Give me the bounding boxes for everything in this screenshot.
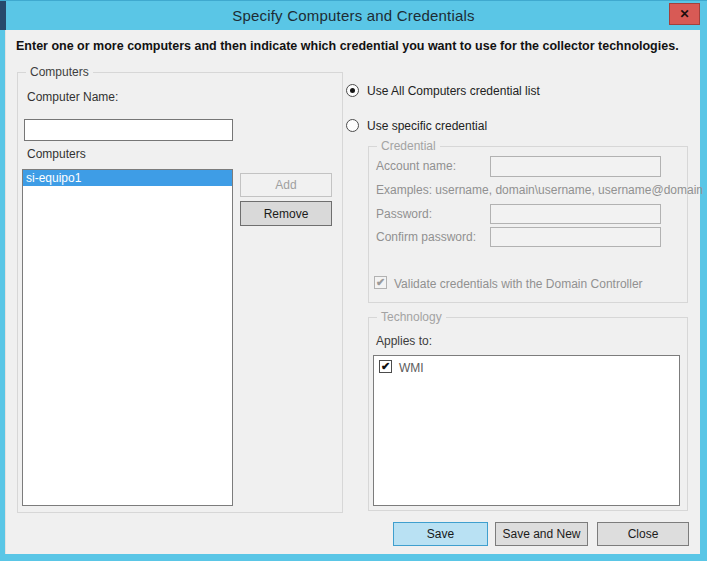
dialog-window: Specify Computers and Credentials ✕ Ente… bbox=[0, 0, 707, 561]
password-label: Password: bbox=[376, 207, 432, 221]
validate-credentials-checkbox: ✔ bbox=[374, 276, 387, 289]
technology-item-label: WMI bbox=[399, 361, 424, 375]
validate-credentials-label: Validate credentials with the Domain Con… bbox=[394, 277, 643, 291]
close-icon: ✕ bbox=[679, 8, 689, 20]
close-button[interactable]: Close bbox=[597, 522, 689, 546]
save-button[interactable]: Save bbox=[393, 522, 488, 546]
applies-to-label: Applies to: bbox=[376, 334, 432, 348]
computers-listbox[interactable]: si-equipo1 bbox=[22, 169, 233, 506]
computer-name-label: Computer Name: bbox=[27, 90, 118, 104]
confirm-password-input bbox=[490, 227, 661, 247]
wmi-checkbox[interactable]: ✔ bbox=[379, 360, 392, 373]
account-examples-text: Examples: username, domain\username, use… bbox=[376, 183, 703, 197]
technology-list-item: ✔ WMI bbox=[374, 356, 679, 378]
save-and-new-button[interactable]: Save and New bbox=[495, 522, 588, 546]
computers-group-legend: Computers bbox=[26, 65, 93, 79]
account-name-label: Account name: bbox=[376, 159, 456, 173]
technology-listbox[interactable]: ✔ WMI bbox=[373, 355, 680, 506]
use-all-computers-radio-label[interactable]: Use All Computers credential list bbox=[367, 84, 540, 98]
checkmark-icon: ✔ bbox=[381, 361, 390, 372]
checkmark-icon: ✔ bbox=[376, 277, 385, 288]
account-name-input bbox=[490, 156, 661, 177]
use-specific-credential-radio[interactable] bbox=[346, 119, 359, 132]
dialog-title: Specify Computers and Credentials bbox=[232, 7, 475, 24]
titlebar[interactable]: Specify Computers and Credentials bbox=[0, 1, 707, 30]
close-window-button[interactable]: ✕ bbox=[669, 3, 700, 25]
computers-list-label: Computers bbox=[27, 147, 86, 161]
instruction-text: Enter one or more computers and then ind… bbox=[16, 39, 694, 53]
use-specific-credential-radio-label[interactable]: Use specific credential bbox=[367, 119, 487, 133]
password-input bbox=[490, 204, 661, 224]
computers-list-item-selected[interactable]: si-equipo1 bbox=[23, 170, 232, 186]
use-all-computers-radio[interactable] bbox=[346, 84, 359, 97]
remove-button[interactable]: Remove bbox=[240, 201, 332, 226]
confirm-password-label: Confirm password: bbox=[376, 230, 476, 244]
credential-group-legend: Credential bbox=[377, 139, 440, 153]
computer-name-input[interactable] bbox=[24, 119, 233, 141]
technology-group-legend: Technology bbox=[377, 310, 446, 324]
add-button: Add bbox=[240, 173, 332, 197]
radio-dot-icon bbox=[350, 88, 355, 93]
